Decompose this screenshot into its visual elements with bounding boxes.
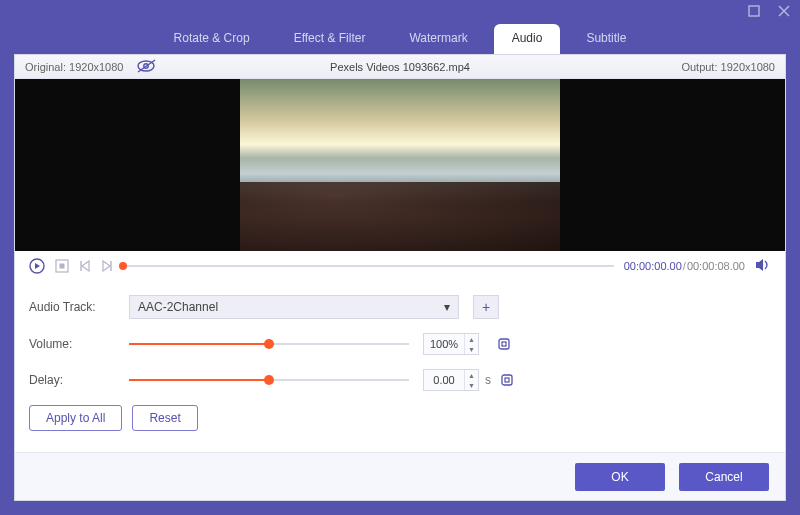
svg-marker-14	[756, 259, 763, 271]
row-audio-track: Audio Track: AAC-2Channel ▾ +	[29, 295, 771, 319]
svg-rect-0	[749, 6, 759, 16]
volume-label: Volume:	[29, 337, 129, 351]
delay-slider[interactable]	[129, 379, 409, 381]
audio-track-label: Audio Track:	[29, 300, 129, 314]
svg-rect-15	[499, 339, 509, 349]
tab-rotate-crop[interactable]: Rotate & Crop	[156, 24, 268, 54]
svg-marker-11	[82, 261, 89, 271]
svg-rect-18	[505, 378, 509, 382]
tab-audio[interactable]: Audio	[494, 24, 561, 54]
prev-frame-icon[interactable]	[79, 260, 91, 272]
delay-input[interactable]: 0.00 ▲▼	[423, 369, 479, 391]
svg-marker-12	[103, 261, 110, 271]
volume-icon[interactable]	[755, 258, 771, 274]
delay-label: Delay:	[29, 373, 129, 387]
volume-link-icon[interactable]	[494, 334, 514, 354]
stop-icon[interactable]	[55, 259, 69, 273]
reset-button[interactable]: Reset	[132, 405, 197, 431]
output-resolution: Output: 1920x1080	[681, 61, 785, 73]
infobar: Original: 1920x1080 Pexels Videos 109366…	[15, 55, 785, 79]
time-readout: 00:00:00.0000:00:08.00	[624, 260, 745, 272]
close-icon[interactable]	[778, 3, 790, 21]
tab-watermark[interactable]: Watermark	[391, 24, 485, 54]
row-delay: Delay: 0.00 ▲▼ s	[29, 369, 771, 391]
svg-rect-16	[502, 342, 506, 346]
tab-effect-filter[interactable]: Effect & Filter	[276, 24, 384, 54]
audio-form: Audio Track: AAC-2Channel ▾ + Volume: 10…	[15, 281, 785, 441]
timeline-scrubber[interactable]	[123, 265, 614, 267]
original-resolution: Original: 1920x1080	[25, 61, 123, 73]
delay-unit: s	[485, 373, 491, 387]
playback-controls: 00:00:00.0000:00:08.00	[15, 251, 785, 281]
ok-button[interactable]: OK	[575, 463, 665, 491]
volume-input[interactable]: 100% ▲▼	[423, 333, 479, 355]
chevron-down-icon: ▾	[444, 300, 450, 314]
add-track-button[interactable]: +	[473, 295, 499, 319]
footer: OK Cancel	[15, 452, 785, 500]
volume-slider[interactable]	[129, 343, 409, 345]
video-frame	[240, 79, 560, 251]
cancel-button[interactable]: Cancel	[679, 463, 769, 491]
delay-step-up[interactable]: ▲	[464, 370, 478, 380]
delay-step-down[interactable]: ▼	[464, 380, 478, 390]
filename-label: Pexels Videos 1093662.mp4	[330, 61, 470, 73]
svg-rect-17	[502, 375, 512, 385]
next-frame-icon[interactable]	[101, 260, 113, 272]
volume-step-up[interactable]: ▲	[464, 334, 478, 344]
apply-to-all-button[interactable]: Apply to All	[29, 405, 122, 431]
tab-bar: Rotate & Crop Effect & Filter Watermark …	[0, 24, 800, 54]
svg-marker-7	[35, 263, 40, 269]
audio-track-select[interactable]: AAC-2Channel ▾	[129, 295, 459, 319]
titlebar	[0, 0, 800, 24]
preview-toggle-icon[interactable]	[137, 59, 157, 75]
row-volume: Volume: 100% ▲▼	[29, 333, 771, 355]
delay-link-icon[interactable]	[497, 370, 517, 390]
play-icon[interactable]	[29, 258, 45, 274]
maximize-icon[interactable]	[748, 3, 760, 21]
video-preview	[15, 79, 785, 251]
volume-step-down[interactable]: ▼	[464, 344, 478, 354]
tab-subtitle[interactable]: Subtitle	[568, 24, 644, 54]
svg-rect-9	[60, 264, 65, 269]
main-panel: Original: 1920x1080 Pexels Videos 109366…	[14, 54, 786, 501]
